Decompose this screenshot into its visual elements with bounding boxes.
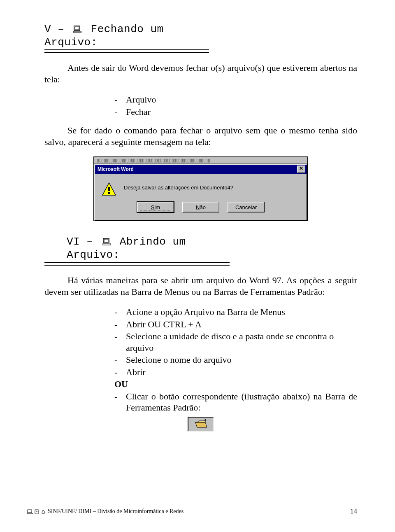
- label: Cancelar: [235, 204, 257, 210]
- list-item-label: Acione a opção Arquivo na Barra de Menus: [126, 306, 285, 318]
- list-item: - Arquivo: [114, 94, 357, 105]
- list-item: -Abrir OU CTRL + A: [114, 319, 357, 330]
- list-item: -Abrir: [114, 366, 357, 378]
- list-item-label: Clicar o botão correspondente (ilustraçã…: [126, 391, 357, 413]
- list-item: -Selecione a unidade de disco e a pasta …: [114, 331, 357, 353]
- svg-marker-9: [195, 421, 205, 422]
- section-6-heading: VI – Abrindo um Arquivo:: [44, 236, 230, 263]
- list-item-label: Abrir: [126, 366, 146, 378]
- svg-rect-1: [75, 27, 79, 30]
- or-label: OU: [44, 378, 357, 390]
- section6-intro: Há várias maneiras para se abrir um arqu…: [44, 275, 357, 297]
- cancel-button[interactable]: Cancelar: [228, 202, 265, 212]
- footer-doc-icon: [35, 508, 40, 515]
- list-item-label: Abrir OU CTRL + A: [126, 319, 202, 330]
- outer-titlebar-garble: ▯▯▯▯▯▯▯▯▯▯▯▯▯▯▯▯▯▯▯▯▯▯▯▯▯▯▯▯▯▯▯▯▯▯▯▯▯▯▯▯…: [94, 157, 307, 164]
- section-5-heading: V – Fechando um Arquivo:: [44, 23, 209, 50]
- heading-prefix: V –: [44, 23, 71, 35]
- svg-rect-11: [28, 510, 32, 513]
- rest: ão: [200, 204, 205, 210]
- page-number: 14: [350, 507, 357, 516]
- no-button[interactable]: Não: [182, 202, 219, 212]
- close-button[interactable]: ✕: [297, 166, 305, 173]
- computer-icon: [102, 236, 111, 249]
- svg-rect-12: [27, 513, 33, 514]
- computer-icon: [73, 24, 81, 36]
- list-item-label: Selecione o nome do arquivo: [126, 354, 232, 366]
- footer-text: SINF/UINF/ DIMI – Divisão de Microinform…: [48, 508, 184, 515]
- heading-prefix: VI –: [67, 236, 100, 248]
- section5-intro: Antes de sair do Word devemos fechar o(s…: [44, 62, 357, 85]
- list-item: -Selecione o nome do arquivo: [114, 354, 357, 366]
- svg-rect-5: [108, 192, 110, 194]
- dialog-window: Microsoft Word ✕ Deseja salvar as altera…: [94, 164, 307, 221]
- section5-intro2: Se for dado o comando para fechar o arqu…: [44, 125, 357, 147]
- dialog-titlebar: Microsoft Word ✕: [95, 165, 307, 174]
- dialog-message: Deseja salvar as alterações em Documento…: [124, 182, 233, 191]
- list-item: - Clicar o botão correspondente (ilustra…: [114, 391, 357, 413]
- list-item: -Acione a opção Arquivo na Barra de Menu…: [114, 306, 357, 318]
- dialog-title: Microsoft Word: [98, 166, 134, 172]
- svg-rect-7: [104, 239, 108, 242]
- close-icon: ✕: [299, 166, 303, 171]
- list-item: - Fechar: [114, 106, 357, 118]
- dialog-frame: ▯▯▯▯▯▯▯▯▯▯▯▯▯▯▯▯▯▯▯▯▯▯▯▯▯▯▯▯▯▯▯▯▯▯▯▯▯▯▯▯…: [93, 156, 308, 221]
- list-item-label: Arquivo: [126, 94, 156, 105]
- footer-hand-icon: [41, 508, 46, 515]
- svg-rect-2: [73, 31, 81, 33]
- list-item-label: Selecione a unidade de disco e a pasta o…: [126, 331, 357, 353]
- list-item-label: Fechar: [126, 106, 151, 118]
- yes-button[interactable]: Sim: [137, 202, 174, 212]
- svg-rect-4: [108, 187, 110, 191]
- open-icon: [188, 417, 214, 432]
- dialog-button-row: Sim Não Cancelar: [95, 200, 307, 220]
- page-footer: SINF/UINF/ DIMI – Divisão de Microinform…: [27, 507, 357, 515]
- svg-rect-8: [102, 244, 111, 245]
- warning-icon: [102, 182, 116, 196]
- svg-marker-10: [195, 422, 207, 427]
- footer-computer-icon: [27, 508, 33, 515]
